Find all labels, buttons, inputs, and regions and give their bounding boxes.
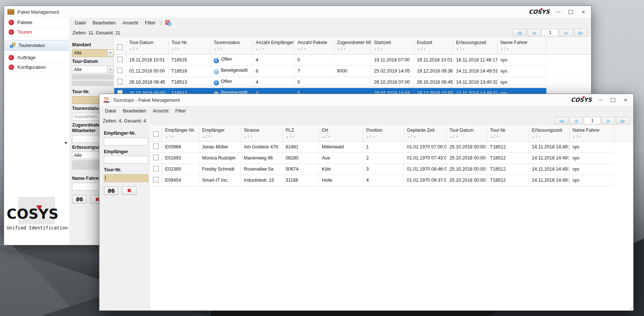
close-button[interactable]: × (580, 9, 587, 15)
sort-desc-icon[interactable]: ▼ (506, 47, 509, 51)
column-header[interactable]: Strasse▲|▼ (241, 125, 282, 141)
column-header[interactable]: Tourenstatus▲|▼ (210, 37, 252, 54)
column-header[interactable]: PLZ▲|▼ (282, 125, 319, 141)
sort-desc-icon[interactable]: ▼ (171, 135, 174, 138)
row-checkbox[interactable] (117, 79, 123, 84)
sort-asc-icon[interactable]: ▲ (337, 47, 340, 51)
tour-nr-input-focused[interactable] (104, 174, 148, 182)
menu-datei[interactable]: Datei (102, 107, 119, 115)
table-row[interactable]: 19.11.2018 10:01T18525iOffen4019.11.2018… (114, 54, 546, 65)
row-checkbox[interactable] (117, 57, 123, 62)
menu-bearbeiten[interactable]: Bearbeiten (119, 107, 149, 115)
reload-tour-icon[interactable] (165, 20, 172, 26)
sort-asc-icon[interactable]: ▲ (456, 47, 459, 51)
table-row[interactable]: E03968Jonas MüllerAm Goldeck 47b82481Mit… (150, 141, 614, 152)
sort-asc-icon[interactable]: ▲ (573, 135, 576, 138)
pagination-first-button[interactable]: ◀◀ (555, 117, 568, 124)
pagination-first-button[interactable]: ◀◀ (513, 29, 526, 36)
column-header[interactable]: Zugeordneter Mitarbeiter▲|▼ (334, 37, 371, 54)
column-header[interactable]: Tour-Datum▲|▼ (126, 37, 168, 54)
sort-icons[interactable]: ▲|▼ (532, 135, 569, 138)
sort-desc-icon[interactable]: ▼ (208, 135, 211, 138)
column-header[interactable]: Erfassungszeit▲|▼ (529, 125, 569, 141)
pagination-next-button[interactable]: ▶ (560, 29, 573, 36)
row-checkbox[interactable] (153, 155, 159, 160)
sort-desc-icon[interactable]: ▼ (423, 47, 426, 51)
column-header[interactable]: Anzahl Pakete▲|▼ (294, 37, 334, 54)
sort-asc-icon[interactable]: ▲ (490, 135, 493, 138)
sort-icons[interactable]: ▲|▼ (374, 47, 414, 51)
sort-asc-icon[interactable]: ▲ (450, 135, 453, 138)
sort-desc-icon[interactable]: ▼ (380, 47, 383, 51)
sort-asc-icon[interactable]: ▲ (129, 47, 132, 51)
close-button[interactable]: × (622, 97, 629, 103)
sort-asc-icon[interactable]: ▲ (322, 135, 325, 138)
table-row[interactable]: 01.11.2018 00:00T18516?Bereitgestellt879… (114, 65, 546, 77)
sidebar-collapse-handle[interactable]: ◀ (64, 141, 67, 144)
sort-desc-icon[interactable]: ▼ (579, 135, 582, 138)
sort-icons[interactable]: ▲|▼ (244, 135, 282, 138)
sort-desc-icon[interactable]: ▼ (538, 135, 541, 138)
menu-filter[interactable]: Filter (142, 19, 159, 27)
sidebar-item-pakete[interactable]: → Pakete (4, 18, 69, 27)
sort-asc-icon[interactable]: ▲ (532, 135, 535, 138)
column-header[interactable]: Tour-Datum▲|▼ (446, 125, 487, 141)
tourstops-titlebar[interactable]: Tourstops - Paket Management COSYS × (99, 94, 633, 106)
sort-icons[interactable]: ▲|▼ (366, 135, 404, 138)
sort-icons[interactable]: ▲|▼ (407, 135, 446, 138)
select-all-checkbox[interactable] (153, 131, 159, 137)
sort-icons[interactable]: ▲|▼ (172, 47, 210, 51)
column-header[interactable]: Name Fahrer▲|▼ (569, 125, 614, 141)
sort-icons[interactable]: ▲|▼ (298, 47, 334, 51)
column-header[interactable]: Empfänger▲|▼ (199, 125, 241, 141)
sort-asc-icon[interactable]: ▲ (366, 135, 369, 138)
menu-bearbeiten[interactable]: Bearbeiten (89, 19, 119, 27)
maximize-button[interactable] (610, 97, 616, 103)
sort-desc-icon[interactable]: ▼ (250, 135, 253, 138)
sort-asc-icon[interactable]: ▲ (286, 135, 289, 138)
sort-desc-icon[interactable]: ▼ (304, 47, 306, 51)
sidebar-item-tourenstatus[interactable]: i Tourenstatus (4, 40, 69, 51)
pagination-last-button[interactable]: ▶▶ (616, 117, 630, 124)
sort-asc-icon[interactable]: ▲ (256, 47, 259, 51)
sort-asc-icon[interactable]: ▲ (172, 47, 174, 51)
maximize-button[interactable] (567, 9, 574, 15)
minimize-button[interactable] (555, 9, 562, 15)
clear-filter-button[interactable]: ✖ (122, 186, 136, 195)
sort-desc-icon[interactable]: ▼ (343, 47, 346, 51)
sort-desc-icon[interactable]: ▼ (292, 135, 295, 138)
sort-icons[interactable]: ▲|▼ (337, 47, 371, 51)
sort-asc-icon[interactable]: ▲ (165, 135, 168, 138)
sort-icons[interactable]: ▲|▼ (129, 47, 168, 51)
table-row[interactable]: E01893Monica RudolphMarienweg 9608280Aue… (150, 152, 614, 164)
pagination-prev-button[interactable]: ◀ (527, 29, 540, 36)
table-row[interactable]: 26.10.2018 08:45T18513iOffen4026.10.2018… (114, 77, 546, 88)
sidebar-item-konfiguration[interactable]: → Konfiguration (4, 63, 69, 72)
pagination-page-number[interactable]: 1 (542, 29, 559, 36)
row-checkbox[interactable] (153, 144, 159, 149)
sort-icons[interactable]: ▲|▼ (165, 135, 199, 138)
dropdown-arrow-icon[interactable] (107, 50, 113, 57)
sort-asc-icon[interactable]: ▲ (214, 47, 217, 51)
row-checkbox[interactable] (153, 166, 159, 171)
sort-desc-icon[interactable]: ▼ (220, 47, 223, 51)
column-header[interactable]: Empfänger-Nr.▲|▼ (162, 125, 199, 141)
sidebar-item-touren[interactable]: ↓ Touren (4, 27, 69, 37)
select-all-checkbox[interactable] (117, 44, 123, 50)
sort-icons[interactable]: ▲|▼ (501, 47, 546, 51)
sort-asc-icon[interactable]: ▲ (244, 135, 247, 138)
sort-desc-icon[interactable]: ▼ (262, 47, 265, 51)
column-header[interactable]: Endzeit▲|▼ (414, 37, 453, 54)
sort-asc-icon[interactable]: ▲ (298, 47, 301, 51)
table-row[interactable]: E09454Smart-IT Inc.Industriestr. 1531188… (150, 175, 614, 186)
table-row[interactable]: E02385Freddy SchmidtRosenallee 5a50674Kö… (150, 164, 614, 175)
minimize-button[interactable] (597, 97, 604, 103)
sort-icons[interactable]: ▲|▼ (322, 135, 363, 138)
sort-icons[interactable]: ▲|▼ (573, 135, 614, 138)
sort-asc-icon[interactable]: ▲ (407, 135, 410, 138)
sort-desc-icon[interactable]: ▼ (413, 135, 416, 138)
sort-desc-icon[interactable]: ▼ (455, 135, 458, 138)
sort-icons[interactable]: ▲|▼ (286, 135, 319, 138)
pagination-page-number[interactable]: 1 (584, 117, 601, 124)
row-checkbox[interactable] (153, 177, 159, 182)
